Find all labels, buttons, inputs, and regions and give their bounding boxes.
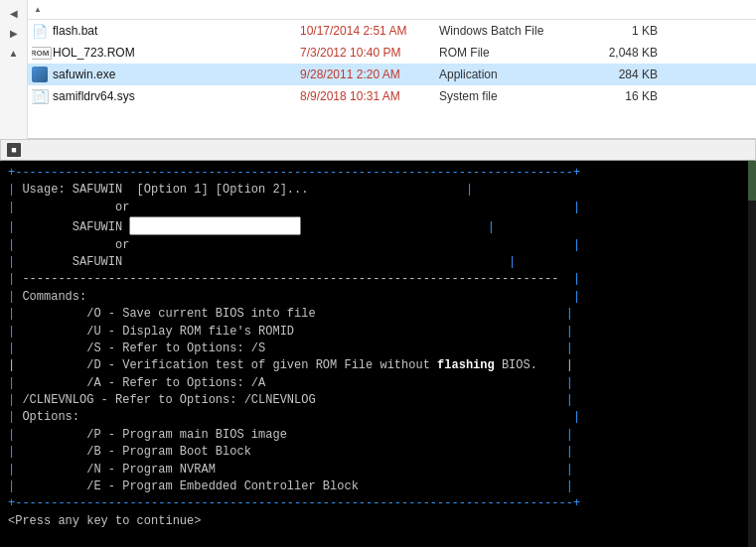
file-size-cell: 2,048 KB bbox=[578, 46, 658, 60]
sidebar-nav-icon-3[interactable]: ▲ bbox=[5, 44, 23, 62]
terminal-line: | or | bbox=[8, 237, 748, 254]
terminal-line: +---------------------------------------… bbox=[8, 495, 748, 512]
file-size-cell: 1 KB bbox=[578, 24, 658, 38]
terminal-window: ■ +-------------------------------------… bbox=[0, 139, 756, 547]
terminal-body[interactable]: +---------------------------------------… bbox=[0, 161, 756, 547]
column-headers: ▲ bbox=[28, 0, 756, 20]
terminal-line: +---------------------------------------… bbox=[8, 165, 748, 182]
terminal-scrollbar[interactable] bbox=[748, 161, 756, 547]
terminal-line: | /N - Program NVRAM | bbox=[8, 462, 748, 479]
terminal-icon: ■ bbox=[7, 143, 21, 157]
file-row[interactable]: 📄 samifldrv64.sys 8/9/2018 10:31 AM Syst… bbox=[28, 85, 756, 107]
terminal-titlebar: ■ bbox=[0, 139, 756, 161]
col-header-name[interactable]: ▲ bbox=[32, 5, 300, 14]
file-date-cell: 10/17/2014 2:51 AM bbox=[300, 24, 439, 38]
terminal-line: <Press any key to continue> bbox=[8, 513, 748, 530]
sort-arrow-icon: ▲ bbox=[34, 5, 42, 14]
sidebar-nav-icon-2[interactable]: ▶ bbox=[5, 24, 23, 42]
terminal-line: | or | bbox=[8, 200, 748, 216]
terminal-line: | /D - Verification test of given ROM Fi… bbox=[8, 357, 748, 374]
file-name: samifldrv64.sys bbox=[53, 89, 135, 103]
terminal-line: | /B - Program Boot Block | bbox=[8, 444, 748, 461]
terminal-line: | /U - Display ROM file's ROMID | bbox=[8, 324, 748, 341]
file-name-cell: ROM HOL_723.ROM bbox=[32, 45, 300, 61]
terminal-line: | Usage: SAFUWIN [Option 1] [Option 2]..… bbox=[8, 182, 748, 199]
file-date-cell: 9/28/2011 2:20 AM bbox=[300, 68, 439, 81]
file-icon bbox=[32, 67, 48, 82]
file-icon: ROM bbox=[32, 45, 48, 61]
terminal-line: | /A - Refer to Options: /A | bbox=[8, 375, 748, 392]
file-type-cell: Application bbox=[439, 68, 578, 81]
file-name: HOL_723.ROM bbox=[53, 46, 135, 60]
file-type-cell: Windows Batch File bbox=[439, 24, 578, 38]
file-size-cell: 16 KB bbox=[578, 89, 658, 103]
file-icon: 📄 bbox=[32, 88, 48, 104]
terminal-line: | /S - Refer to Options: /S | bbox=[8, 341, 748, 357]
terminal-line: | SAFUWIN | bbox=[8, 216, 748, 236]
file-name: safuwin.exe bbox=[53, 68, 115, 81]
file-name-cell: safuwin.exe bbox=[32, 67, 300, 82]
terminal-line: | /E - Program Embedded Controller Block… bbox=[8, 479, 748, 495]
file-type-cell: System file bbox=[439, 89, 578, 103]
terminal-lines: +---------------------------------------… bbox=[8, 165, 748, 530]
file-icon: 📄 bbox=[32, 23, 48, 39]
file-date-cell: 8/9/2018 10:31 AM bbox=[300, 89, 439, 103]
terminal-line: | Options: | bbox=[8, 409, 748, 426]
file-name-cell: 📄 samifldrv64.sys bbox=[32, 88, 300, 104]
file-rows-container: 📄 flash.bat 10/17/2014 2:51 AM Windows B… bbox=[28, 20, 756, 107]
terminal-line: | /CLNEVNLOG - Refer to Options: /CLNEVN… bbox=[8, 392, 748, 409]
file-row[interactable]: safuwin.exe 9/28/2011 2:20 AM Applicatio… bbox=[28, 64, 756, 85]
terminal-line: | /O - Save current BIOS into file | bbox=[8, 306, 748, 323]
explorer-pane: ◀ ▶ ▲ ▲ 📄 flash.bat 10/17/201 bbox=[0, 0, 756, 139]
terminal-line: | Commands: | bbox=[8, 289, 748, 306]
terminal-line: | --------------------------------------… bbox=[8, 271, 748, 288]
sidebar: ◀ ▶ ▲ bbox=[0, 0, 28, 139]
file-name: flash.bat bbox=[53, 24, 97, 38]
file-date-cell: 7/3/2012 10:40 PM bbox=[300, 46, 439, 60]
terminal-line: | /P - Program main BIOS image | bbox=[8, 427, 748, 444]
terminal-line: | SAFUWIN | bbox=[8, 254, 748, 271]
file-list: ▲ 📄 flash.bat 10/17/2014 2:51 AM Windows… bbox=[28, 0, 756, 139]
file-row[interactable]: 📄 flash.bat 10/17/2014 2:51 AM Windows B… bbox=[28, 20, 756, 42]
file-size-cell: 284 KB bbox=[578, 68, 658, 81]
file-row[interactable]: ROM HOL_723.ROM 7/3/2012 10:40 PM ROM Fi… bbox=[28, 42, 756, 64]
terminal-scrollbar-thumb bbox=[748, 161, 756, 201]
file-name-cell: 📄 flash.bat bbox=[32, 23, 300, 39]
file-type-cell: ROM File bbox=[439, 46, 578, 60]
sidebar-nav-icon-1[interactable]: ◀ bbox=[5, 4, 23, 22]
